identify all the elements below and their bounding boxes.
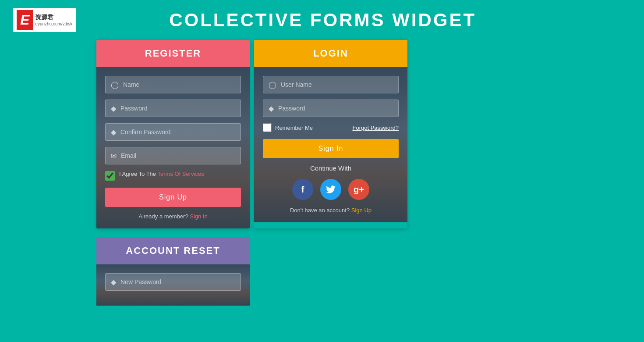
remember-checkbox[interactable] [263,123,272,132]
terms-row: I Agree To The Terms Of Services [105,171,241,181]
logo-text: 资源君 eyunzhu.com/vdisk [33,14,72,26]
terms-checkbox[interactable] [105,171,115,181]
username-input-group: ◯ [263,76,399,93]
signin-link[interactable]: Sign In [190,213,207,220]
reset-header: ACCOUNT RESET [96,237,250,264]
remember-me-group: Remember Me [263,123,313,132]
terms-link[interactable]: Terms Of Services [157,171,204,177]
forgot-password-link[interactable]: Forgot Password? [353,125,399,131]
email-input-group: ✉ [105,147,241,164]
new-password-input-group: ◆ [105,273,241,291]
continue-with-text: Continue With [263,164,399,172]
signup-button[interactable]: Sign Up [105,188,241,207]
email-input[interactable] [121,147,235,164]
confirm-password-input[interactable] [120,124,235,140]
login-panel: LOGIN ◯ ◆ Remember Me Forgot Password? S… [254,40,407,228]
signin-button[interactable]: Sign In [263,139,399,158]
email-icon: ✉ [111,152,117,160]
reset-body: ◆ [96,264,250,306]
signup-link-login[interactable]: Sign Up [351,207,372,214]
logo-letter: E [17,10,33,30]
register-header: REGISTER [96,40,250,67]
remember-forgot-row: Remember Me Forgot Password? [263,123,399,132]
password-input-group: ◆ [105,100,241,117]
login-header: LOGIN [254,40,407,67]
main-content: REGISTER ◯ ◆ ◆ ✉ I Agree To The [0,40,644,228]
key-icon: ◆ [111,104,116,113]
username-input[interactable] [281,76,393,93]
page-title: COLLECTIVE FORMS WIDGET [93,10,552,31]
user-icon: ◯ [111,81,119,89]
login-body: ◯ ◆ Remember Me Forgot Password? Sign In… [254,67,407,222]
register-body: ◯ ◆ ◆ ✉ I Agree To The Terms Of Services [96,67,250,228]
key-icon-2: ◆ [111,128,116,136]
confirm-password-input-group: ◆ [105,123,241,141]
header: E 资源君 eyunzhu.com/vdisk COLLECTIVE FORMS… [0,0,644,40]
no-account-text: Don't have an account? Sign Up [263,207,399,214]
password-input[interactable] [120,100,235,117]
googleplus-button[interactable]: g+ [348,179,369,200]
already-member-text: Already a member? Sign In [105,213,241,220]
twitter-button[interactable] [320,179,341,200]
login-password-input[interactable] [278,100,393,117]
logo-url: eyunzhu.com/vdisk [35,21,72,26]
social-icons-row: f g+ [263,179,399,200]
register-panel: REGISTER ◯ ◆ ◆ ✉ I Agree To The [96,40,250,228]
name-input[interactable] [123,76,235,93]
logo-chinese: 资源君 [35,14,72,21]
user-icon-login: ◯ [269,81,276,89]
reset-panel: ACCOUNT RESET ◆ [96,237,250,306]
terms-label: I Agree To The Terms Of Services [119,171,204,177]
new-password-input[interactable] [120,274,235,290]
remember-me-label: Remember Me [275,125,313,131]
key-icon-login: ◆ [269,104,274,113]
facebook-button[interactable]: f [292,179,313,200]
key-icon-reset: ◆ [111,278,116,286]
login-password-input-group: ◆ [263,100,399,117]
name-input-group: ◯ [105,76,241,93]
logo: E 资源君 eyunzhu.com/vdisk [13,8,76,32]
reset-section: ACCOUNT RESET ◆ [0,228,644,306]
